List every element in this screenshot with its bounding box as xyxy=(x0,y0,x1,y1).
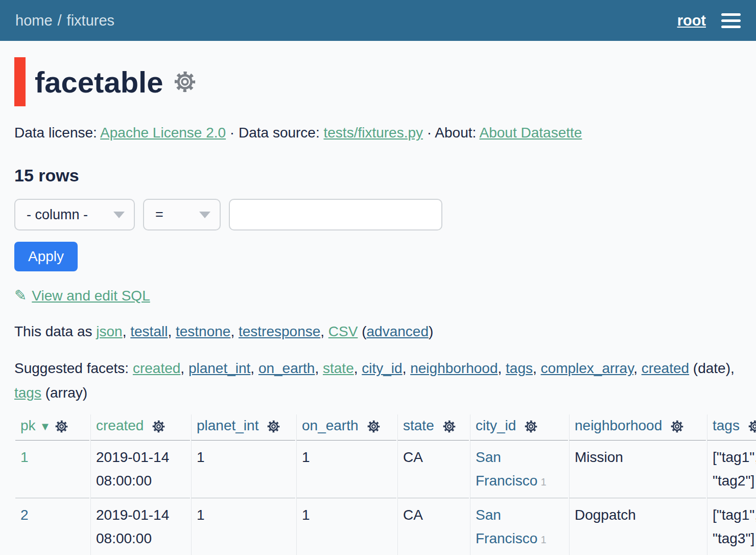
neighborhood-cell: Mission xyxy=(569,441,706,498)
column-header-link[interactable]: on_earth xyxy=(302,418,359,433)
column-header-link[interactable]: city_id xyxy=(476,418,516,433)
neighborhood-cell: Dogpatch xyxy=(569,498,706,555)
breadcrumb-home-link[interactable]: home xyxy=(15,12,53,29)
filter-column-select[interactable]: - column - xyxy=(14,199,135,230)
pk-cell: 1 xyxy=(15,441,89,498)
column-gear-icon[interactable] xyxy=(152,420,166,433)
column-header-link[interactable]: neighborhood xyxy=(575,418,662,433)
export-line: This data as json, testall, testnone, te… xyxy=(14,323,742,340)
export-format-link[interactable]: testresponse xyxy=(239,323,320,339)
filter-operator-select-value: = xyxy=(155,207,163,223)
column-gear-icon[interactable] xyxy=(670,420,684,433)
license-label: Data license: xyxy=(14,125,97,141)
tags-cell: ["tag1", "tag2"] xyxy=(707,441,756,498)
column-header-link[interactable]: state xyxy=(403,418,434,433)
facet-link[interactable]: created xyxy=(133,360,180,376)
pk-link[interactable]: 1 xyxy=(20,449,29,465)
user-account-link[interactable]: root xyxy=(677,12,706,29)
created-cell: 2019-01-14 08:00:00 xyxy=(90,441,190,498)
city-link[interactable]: San Francisco xyxy=(476,507,537,546)
column-header-link[interactable]: created xyxy=(96,418,144,433)
apply-button[interactable]: Apply xyxy=(14,242,78,271)
facet-link[interactable]: neighborhood xyxy=(410,360,498,376)
hamburger-menu-icon[interactable] xyxy=(721,13,741,28)
results-table: pk▼createdplanet_inton_earthstatecity_id… xyxy=(14,414,756,555)
main-content: facetable Data license: Apache License 2… xyxy=(0,57,756,555)
page-title: facetable xyxy=(35,65,163,99)
filter-column-select-value: - column - xyxy=(27,207,88,223)
export-format-link[interactable]: json xyxy=(96,323,122,339)
table-row: 1 2019-01-14 08:00:00 1 1 CA San Francis… xyxy=(15,441,756,498)
facet-link[interactable]: tags xyxy=(14,385,41,401)
dot-separator: · xyxy=(427,125,432,141)
column-header-link[interactable]: tags xyxy=(713,418,740,433)
city-id-cell: San Francisco1 xyxy=(470,441,568,498)
advanced-close-paren: ) xyxy=(429,323,433,339)
city-count-badge: 1 xyxy=(540,476,546,488)
facets-prefix: Suggested facets: xyxy=(14,360,133,376)
facet-suffix: (array) xyxy=(41,385,87,401)
column-header-link[interactable]: pk xyxy=(20,418,36,433)
breadcrumb-fixtures-link[interactable]: fixtures xyxy=(67,12,114,29)
pk-link[interactable]: 2 xyxy=(20,507,29,523)
filter-row: - column - = xyxy=(14,199,742,230)
chevron-down-icon xyxy=(113,212,125,218)
source-link[interactable]: tests/fixtures.py xyxy=(324,125,423,141)
planet-int-cell: 1 xyxy=(191,498,295,555)
created-cell: 2019-01-14 08:00:00 xyxy=(90,498,190,555)
column-gear-icon[interactable] xyxy=(524,420,538,433)
state-cell: CA xyxy=(397,498,469,555)
column-gear-icon[interactable] xyxy=(55,420,68,433)
view-edit-sql-link[interactable]: View and edit SQL xyxy=(32,288,150,304)
title-accent-bar xyxy=(14,57,26,106)
about-label: About: xyxy=(435,125,476,141)
facet-link[interactable]: tags xyxy=(506,360,533,376)
top-header: home/fixtures root xyxy=(0,0,756,41)
facet-link[interactable]: complex_array xyxy=(541,360,634,376)
export-format-link[interactable]: testnone xyxy=(176,323,230,339)
breadcrumb-separator: / xyxy=(58,12,62,29)
column-header-link[interactable]: planet_int xyxy=(197,418,258,433)
facet-suffix: (date) xyxy=(689,360,730,376)
city-id-cell: San Francisco1 xyxy=(470,498,568,555)
about-link[interactable]: About Datasette xyxy=(480,125,582,141)
on-earth-cell: 1 xyxy=(296,498,396,555)
facet-link[interactable]: planet_int xyxy=(188,360,250,376)
table-body: 1 2019-01-14 08:00:00 1 1 CA San Francis… xyxy=(15,441,756,555)
column-gear-icon[interactable] xyxy=(748,420,756,433)
metadata-line: Data license: Apache License 2.0 · Data … xyxy=(14,125,742,141)
city-link[interactable]: San Francisco xyxy=(476,449,537,489)
export-format-link[interactable]: CSV xyxy=(328,323,358,339)
table-gear-icon[interactable] xyxy=(173,70,197,94)
export-advanced-link[interactable]: advanced xyxy=(367,323,429,339)
pk-cell: 2 xyxy=(15,498,89,555)
sql-row: ✎View and edit SQL xyxy=(14,287,742,304)
tags-cell: ["tag1", "tag3"] xyxy=(707,498,756,555)
city-count-badge: 1 xyxy=(540,534,546,545)
filter-operator-select[interactable]: = xyxy=(143,199,221,230)
pencil-icon: ✎ xyxy=(14,287,27,304)
advanced-open-paren: ( xyxy=(358,323,366,339)
export-prefix: This data as xyxy=(14,323,96,339)
dot-separator: · xyxy=(230,125,234,141)
license-link[interactable]: Apache License 2.0 xyxy=(100,125,226,141)
column-gear-icon[interactable] xyxy=(367,420,381,433)
sort-descending-indicator: ▼ xyxy=(40,420,51,433)
title-row: facetable xyxy=(14,57,742,106)
on-earth-cell: 1 xyxy=(296,441,396,498)
facet-link[interactable]: on_earth xyxy=(258,360,315,376)
column-gear-icon[interactable] xyxy=(442,420,456,433)
facet-link[interactable]: state xyxy=(323,360,354,376)
planet-int-cell: 1 xyxy=(191,441,295,498)
facet-link[interactable]: city_id xyxy=(362,360,402,376)
table-row: 2 2019-01-14 08:00:00 1 1 CA San Francis… xyxy=(15,498,756,555)
state-cell: CA xyxy=(397,441,469,498)
source-label: Data source: xyxy=(239,125,320,141)
facet-link[interactable]: created xyxy=(642,360,689,376)
export-format-link[interactable]: testall xyxy=(130,323,168,339)
chevron-down-icon xyxy=(199,212,210,218)
breadcrumb: home/fixtures xyxy=(15,12,114,29)
table-header-row: pk▼createdplanet_inton_earthstatecity_id… xyxy=(15,414,756,441)
filter-value-input[interactable] xyxy=(229,199,442,230)
column-gear-icon[interactable] xyxy=(267,420,280,433)
